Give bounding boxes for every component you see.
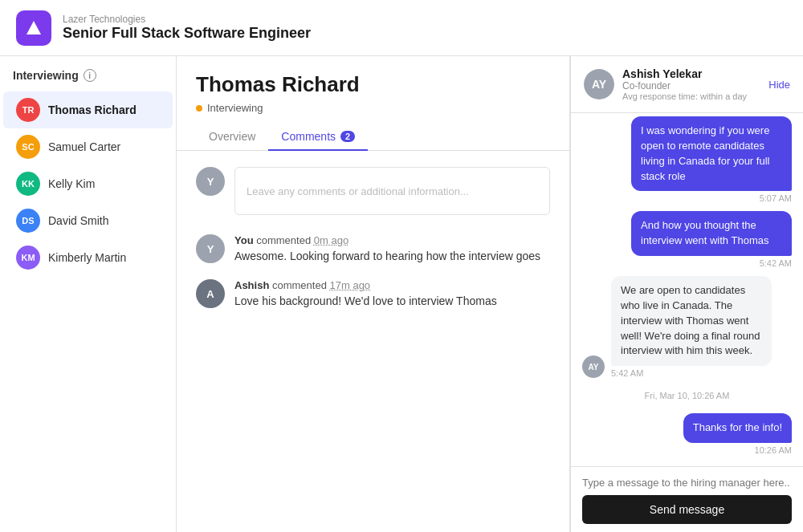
comment-item: Y You commented 0m ago Awesome. Looking … — [196, 234, 550, 263]
comment-placeholder: Leave any comments or additional informa… — [247, 185, 469, 197]
message-time: 5:07 AM — [760, 193, 792, 203]
chat-response-time: Avg response time: within a day — [622, 91, 747, 101]
candidate-name-label: Kelly Kim — [48, 177, 95, 190]
comment-time[interactable]: 0m ago — [314, 234, 349, 246]
candidate-name-label: David Smith — [48, 214, 108, 227]
candidate-avatar: DS — [16, 209, 40, 233]
sidebar-item-thomas-richard[interactable]: TR Thomas Richard — [3, 91, 173, 128]
chat-person-info: Ashish Yelekar Co-founder Avg response t… — [622, 67, 747, 101]
commenter-avatar: A — [196, 279, 225, 308]
candidate-name: Thomas Richard — [196, 72, 550, 97]
candidate-name-label: Thomas Richard — [48, 104, 137, 116]
comment-text: Awesome. Looking forward to hearing how … — [234, 250, 540, 262]
candidate-avatar: KM — [16, 246, 40, 270]
candidate-name-label: Kimberly Martin — [48, 251, 126, 264]
sidebar-item-kelly-kim[interactable]: KK Kelly Kim — [3, 165, 173, 202]
commenter-avatar: Y — [196, 234, 225, 263]
chat-date-divider: Fri, Mar 10, 10:26 AM — [582, 386, 792, 405]
commenter-name: You — [234, 234, 254, 246]
app-header: Lazer Technologies Senior Full Stack Sof… — [0, 0, 803, 56]
comment-text: Love his background! We'd love to interv… — [234, 294, 497, 307]
status-label: Interviewing — [207, 102, 263, 114]
header-text: Lazer Technologies Senior Full Stack Sof… — [63, 14, 311, 42]
tab-comments-label: Comments — [281, 130, 336, 143]
chat-person: AY Ashish Yelekar Co-founder Avg respons… — [584, 67, 747, 101]
message-in-content: We are open to candidates who live in Ca… — [611, 276, 772, 378]
candidate-avatar: TR — [16, 98, 40, 122]
comment-time[interactable]: 17m ago — [330, 279, 371, 291]
send-message-button[interactable]: Send message — [582, 495, 792, 524]
comment-input-row: Y Leave any comments or additional infor… — [196, 167, 550, 215]
tab-overview-label: Overview — [209, 130, 255, 143]
sidebar-heading: Interviewing i — [0, 69, 176, 91]
candidate-avatar: KK — [16, 172, 40, 196]
chat-person-name: Ashish Yelekar — [622, 67, 747, 80]
candidate-avatar: SC — [16, 135, 40, 159]
message-time: 5:42 AM — [611, 368, 772, 378]
content-body: Y Leave any comments or additional infor… — [177, 151, 569, 532]
message-time: 10:26 AM — [755, 445, 792, 455]
comment-meta: You commented 0m ago — [234, 234, 540, 246]
chat-avatar: AY — [584, 69, 614, 99]
tabs: Overview Comments 2 — [196, 124, 550, 150]
company-logo — [16, 10, 51, 46]
message-incoming: AY We are open to candidates who live in… — [582, 276, 792, 378]
current-user-avatar: Y — [196, 167, 225, 196]
commenter-name: Ashish — [234, 279, 269, 291]
sidebar-item-david-smith[interactable]: DS David Smith — [3, 202, 173, 239]
candidate-content: Thomas Richard Interviewing Overview Com… — [177, 56, 570, 532]
svg-marker-0 — [26, 21, 41, 35]
chat-header: AY Ashish Yelekar Co-founder Avg respons… — [571, 56, 803, 113]
comments-list: Y You commented 0m ago Awesome. Looking … — [196, 234, 550, 308]
content-header: Thomas Richard Interviewing Overview Com… — [177, 56, 569, 151]
chat-person-title: Co-founder — [622, 80, 747, 91]
status-badge: Interviewing — [196, 102, 550, 114]
tab-comments[interactable]: Comments 2 — [268, 124, 368, 151]
sender-avatar: AY — [582, 355, 605, 378]
sidebar: Interviewing i TR Thomas Richard SC Samu… — [0, 56, 177, 532]
chat-input[interactable] — [582, 477, 792, 489]
message-bubble-out: Thanks for the info! — [683, 413, 792, 443]
status-dot — [196, 105, 202, 112]
info-icon: i — [84, 69, 96, 82]
hide-chat-button[interactable]: Hide — [768, 79, 790, 91]
job-title: Senior Full Stack Software Engineer — [63, 25, 311, 42]
tab-overview[interactable]: Overview — [196, 124, 268, 151]
message-outgoing: And how you thought the interview went w… — [582, 211, 792, 268]
comment-input-box[interactable]: Leave any comments or additional informa… — [234, 167, 550, 215]
comment-content: Ashish commented 17m ago Love his backgr… — [234, 279, 497, 308]
main-layout: Interviewing i TR Thomas Richard SC Samu… — [0, 56, 803, 532]
sidebar-candidates-list: TR Thomas Richard SC Samuel Carter KK Ke… — [0, 91, 176, 276]
message-bubble-out: I was wondering if you were open to remo… — [631, 116, 792, 191]
sidebar-item-samuel-carter[interactable]: SC Samuel Carter — [3, 128, 173, 165]
chat-messages: I was wondering if you were open to remo… — [571, 113, 803, 466]
chat-panel: AY Ashish Yelekar Co-founder Avg respons… — [570, 56, 803, 532]
comment-item: A Ashish commented 17m ago Love his back… — [196, 279, 550, 308]
message-bubble-out: And how you thought the interview went w… — [631, 211, 792, 256]
comment-content: You commented 0m ago Awesome. Looking fo… — [234, 234, 540, 263]
message-time: 5:42 AM — [760, 258, 792, 268]
comments-badge: 2 — [340, 131, 355, 142]
interviewing-label: Interviewing — [13, 69, 79, 82]
comment-meta: Ashish commented 17m ago — [234, 279, 497, 291]
sidebar-item-kimberly-martin[interactable]: KM Kimberly Martin — [3, 239, 173, 276]
message-outgoing: I was wondering if you were open to remo… — [582, 116, 792, 203]
message-outgoing: Thanks for the info! 10:26 AM — [582, 413, 792, 455]
chat-footer: Send message — [571, 466, 803, 532]
candidate-name-label: Samuel Carter — [48, 140, 120, 153]
company-name: Lazer Technologies — [63, 14, 311, 25]
message-bubble-in: We are open to candidates who live in Ca… — [611, 276, 772, 366]
